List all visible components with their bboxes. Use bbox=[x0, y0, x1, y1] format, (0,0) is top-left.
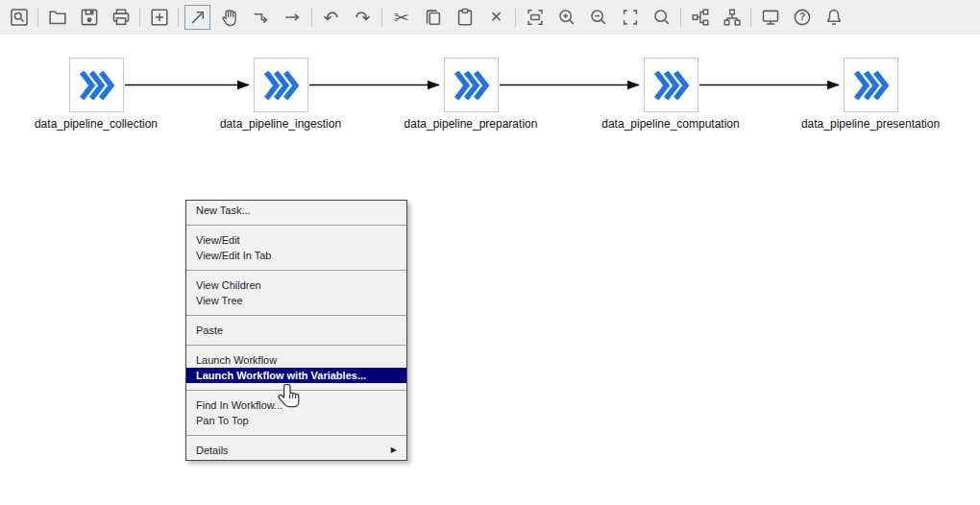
fast-forward-icon bbox=[853, 71, 890, 100]
folder-icon bbox=[47, 7, 68, 28]
tree-vertical-icon bbox=[722, 7, 743, 28]
copy-button[interactable] bbox=[420, 5, 446, 30]
toolbar-separator bbox=[37, 8, 38, 27]
zoom-in-button[interactable] bbox=[553, 5, 579, 30]
workflow-node-label: data_pipeline_ingestion bbox=[220, 117, 341, 131]
clipboard-icon bbox=[454, 7, 476, 28]
workflow-node: data_pipeline_presentation bbox=[844, 58, 898, 112]
fast-forward-icon bbox=[263, 71, 300, 100]
workflow-node: data_pipeline_collection bbox=[69, 58, 124, 112]
menu-separator bbox=[186, 338, 406, 352]
zoom-out-icon bbox=[588, 7, 609, 28]
printer-icon bbox=[110, 7, 132, 28]
menu-item-view-tree[interactable]: View Tree bbox=[186, 293, 406, 308]
save-icon bbox=[79, 7, 100, 28]
help-icon: ? bbox=[792, 7, 813, 28]
workflow-node-label: data_pipeline_presentation bbox=[801, 117, 940, 131]
menu-item-launch-workflow-with-variables[interactable]: Launch Workflow with Variables... bbox=[186, 368, 406, 383]
undo-button[interactable]: ↶ bbox=[318, 5, 344, 30]
straight-arrow-icon bbox=[282, 7, 304, 28]
workflow-canvas[interactable]: data_pipeline_collection data_pipeline_i… bbox=[0, 35, 980, 505]
search-button[interactable] bbox=[649, 5, 674, 30]
tree-horizontal-icon bbox=[690, 7, 711, 28]
new-button[interactable] bbox=[146, 5, 172, 30]
paste-button[interactable] bbox=[452, 5, 478, 30]
workflow-node-box[interactable] bbox=[254, 58, 308, 112]
menu-separator bbox=[186, 218, 406, 232]
corner-brackets-icon bbox=[620, 7, 641, 28]
copy-icon bbox=[423, 7, 444, 28]
menu-item-new-task[interactable]: New Task... bbox=[186, 203, 406, 218]
menu-item-launch-workflow[interactable]: Launch Workflow bbox=[186, 352, 406, 368]
workflow-node-label: data_pipeline_preparation bbox=[404, 117, 538, 131]
hand-cursor-icon bbox=[277, 383, 303, 412]
fit-view-button[interactable] bbox=[522, 5, 548, 30]
fast-forward-icon bbox=[653, 71, 690, 100]
arrow-tool-button[interactable] bbox=[280, 5, 306, 30]
toolbar-separator bbox=[680, 8, 681, 27]
toolbar-separator bbox=[750, 8, 751, 27]
open-button[interactable] bbox=[44, 5, 70, 30]
search-icon bbox=[651, 7, 673, 28]
menu-item-view-children[interactable]: View Children bbox=[186, 277, 406, 293]
menu-separator bbox=[186, 263, 406, 277]
monitor-icon bbox=[760, 7, 781, 28]
notifications-button[interactable] bbox=[821, 5, 846, 30]
scissors-icon: ✂ bbox=[394, 9, 409, 27]
tree-vertical-button[interactable] bbox=[719, 5, 745, 30]
workflow-node-box[interactable] bbox=[444, 58, 499, 112]
menu-item-pan-to-top[interactable]: Pan To Top bbox=[186, 413, 406, 428]
submenu-arrow-icon: ▶ bbox=[391, 443, 397, 458]
cursor-arrow-icon bbox=[187, 7, 208, 28]
menu-item-view-edit[interactable]: View/Edit bbox=[186, 232, 406, 248]
workflow-node: data_pipeline_computation bbox=[644, 58, 698, 112]
print-button[interactable] bbox=[108, 5, 134, 30]
tree-horizontal-button[interactable] bbox=[687, 5, 713, 30]
menu-item-details[interactable]: Details ▶ bbox=[186, 443, 406, 458]
fit-screen-icon bbox=[525, 7, 546, 28]
bell-icon bbox=[823, 7, 845, 28]
toolbar: ↶ ↷ ✂ ✕ bbox=[0, 0, 980, 35]
menu-separator bbox=[186, 308, 406, 323]
fast-forward-icon bbox=[79, 71, 115, 100]
redo-button[interactable]: ↷ bbox=[350, 5, 376, 30]
zoom-selection-button[interactable] bbox=[617, 5, 643, 30]
workflow-node-box[interactable] bbox=[844, 58, 898, 112]
toolbar-separator bbox=[178, 8, 179, 27]
pan-tool-button[interactable] bbox=[216, 5, 242, 30]
workflow-node: data_pipeline_ingestion bbox=[254, 58, 308, 112]
workflow-node-label: data_pipeline_collection bbox=[35, 117, 158, 131]
menu-item-view-edit-in-tab[interactable]: View/Edit In Tab bbox=[186, 248, 406, 263]
zoom-in-icon bbox=[556, 7, 577, 28]
fast-forward-icon bbox=[453, 71, 490, 100]
redo-icon: ↷ bbox=[355, 9, 371, 27]
connector-tool-button[interactable] bbox=[248, 5, 274, 30]
workflow-node-box[interactable] bbox=[644, 58, 698, 112]
menu-separator bbox=[186, 428, 406, 443]
toolbar-separator bbox=[515, 8, 516, 27]
select-tool-button[interactable] bbox=[184, 5, 210, 30]
context-menu: New Task... View/Edit View/Edit In Tab V… bbox=[185, 200, 407, 461]
monitor-button[interactable] bbox=[757, 5, 783, 30]
toolbar-separator bbox=[311, 8, 312, 27]
workflow-node-label: data_pipeline_computation bbox=[601, 117, 739, 131]
overview-button[interactable] bbox=[6, 5, 32, 30]
svg-text:?: ? bbox=[798, 12, 804, 22]
delete-button[interactable]: ✕ bbox=[483, 5, 509, 30]
cut-button[interactable]: ✂ bbox=[388, 5, 414, 30]
x-icon: ✕ bbox=[490, 10, 502, 25]
toolbar-separator bbox=[139, 8, 140, 27]
zoom-out-button[interactable] bbox=[585, 5, 611, 30]
help-button[interactable]: ? bbox=[789, 5, 815, 30]
toolbar-separator bbox=[381, 8, 382, 27]
save-button[interactable] bbox=[76, 5, 102, 30]
app-window: ↶ ↷ ✂ ✕ bbox=[0, 0, 980, 505]
undo-icon: ↶ bbox=[324, 9, 339, 27]
overview-icon bbox=[9, 7, 30, 28]
plus-square-icon bbox=[149, 7, 170, 28]
workflow-node: data_pipeline_preparation bbox=[444, 58, 499, 112]
workflow-node-box[interactable] bbox=[69, 58, 124, 112]
hand-icon bbox=[219, 7, 240, 28]
bent-arrow-icon bbox=[251, 7, 272, 28]
menu-item-paste[interactable]: Paste bbox=[186, 323, 406, 338]
